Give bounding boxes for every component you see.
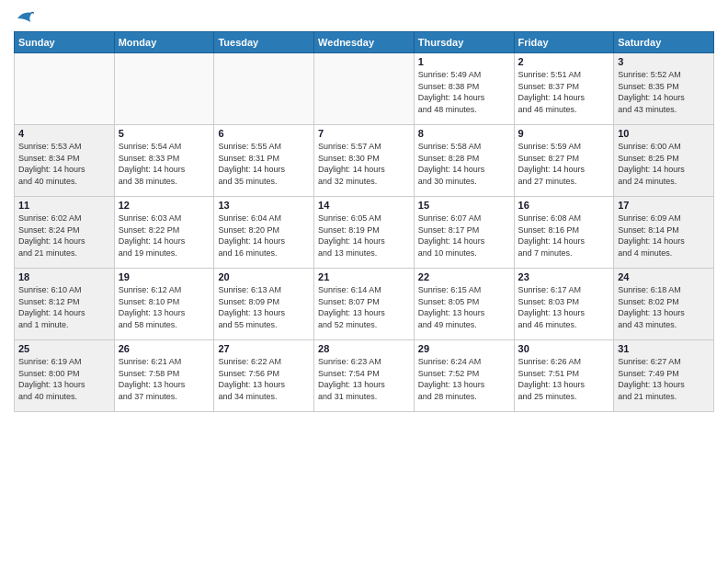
calendar-cell: 2Sunrise: 5:51 AM Sunset: 8:37 PM Daylig… — [514, 53, 614, 125]
day-number: 6 — [218, 128, 310, 139]
day-info: Sunrise: 6:23 AM Sunset: 7:54 PM Dayligh… — [318, 356, 410, 402]
day-number: 7 — [318, 128, 410, 139]
day-info: Sunrise: 6:27 AM Sunset: 7:49 PM Dayligh… — [618, 356, 710, 402]
weekday-header-row: SundayMondayTuesdayWednesdayThursdayFrid… — [15, 32, 714, 53]
day-number: 8 — [418, 128, 510, 139]
day-number: 28 — [318, 343, 410, 354]
calendar-cell: 31Sunrise: 6:27 AM Sunset: 7:49 PM Dayli… — [614, 340, 714, 412]
calendar-cell: 19Sunrise: 6:12 AM Sunset: 8:10 PM Dayli… — [114, 269, 214, 340]
calendar-cell: 10Sunrise: 6:00 AM Sunset: 8:25 PM Dayli… — [614, 125, 714, 197]
day-number: 14 — [318, 200, 410, 211]
weekday-header-saturday: Saturday — [614, 32, 714, 53]
day-number: 24 — [618, 271, 710, 282]
calendar-cell: 29Sunrise: 6:24 AM Sunset: 7:52 PM Dayli… — [414, 340, 514, 412]
day-number: 18 — [18, 271, 110, 282]
day-info: Sunrise: 5:49 AM Sunset: 8:38 PM Dayligh… — [418, 69, 510, 115]
day-number: 2 — [518, 56, 610, 67]
calendar-cell — [15, 53, 115, 125]
logo-bird-icon — [16, 9, 34, 26]
day-info: Sunrise: 6:17 AM Sunset: 8:03 PM Dayligh… — [518, 284, 610, 330]
day-number: 10 — [618, 128, 710, 139]
day-number: 26 — [119, 343, 210, 354]
day-number: 27 — [218, 343, 310, 354]
calendar-cell: 14Sunrise: 6:05 AM Sunset: 8:19 PM Dayli… — [314, 197, 415, 269]
day-number: 29 — [418, 343, 510, 354]
calendar-cell: 5Sunrise: 5:54 AM Sunset: 8:33 PM Daylig… — [114, 125, 214, 197]
day-info: Sunrise: 6:15 AM Sunset: 8:05 PM Dayligh… — [418, 284, 510, 330]
calendar-cell: 27Sunrise: 6:22 AM Sunset: 7:56 PM Dayli… — [214, 340, 314, 412]
calendar-cell: 8Sunrise: 5:58 AM Sunset: 8:28 PM Daylig… — [414, 125, 514, 197]
calendar-cell — [214, 53, 314, 125]
day-info: Sunrise: 6:08 AM Sunset: 8:16 PM Dayligh… — [518, 213, 610, 259]
calendar-cell: 26Sunrise: 6:21 AM Sunset: 7:58 PM Dayli… — [114, 340, 214, 412]
weekday-header-sunday: Sunday — [15, 32, 115, 53]
day-info: Sunrise: 6:00 AM Sunset: 8:25 PM Dayligh… — [618, 141, 710, 187]
day-number: 21 — [318, 271, 410, 282]
day-number: 31 — [618, 343, 710, 354]
day-number: 17 — [618, 200, 710, 211]
day-number: 25 — [18, 343, 110, 354]
day-info: Sunrise: 6:26 AM Sunset: 7:51 PM Dayligh… — [518, 356, 610, 402]
calendar-week-row: 4Sunrise: 5:53 AM Sunset: 8:34 PM Daylig… — [15, 125, 714, 197]
calendar-cell: 28Sunrise: 6:23 AM Sunset: 7:54 PM Dayli… — [314, 340, 415, 412]
calendar-cell: 24Sunrise: 6:18 AM Sunset: 8:02 PM Dayli… — [614, 269, 714, 340]
day-info: Sunrise: 6:07 AM Sunset: 8:17 PM Dayligh… — [418, 213, 510, 259]
day-info: Sunrise: 6:04 AM Sunset: 8:20 PM Dayligh… — [218, 213, 310, 259]
day-info: Sunrise: 6:03 AM Sunset: 8:22 PM Dayligh… — [119, 213, 210, 259]
day-info: Sunrise: 6:19 AM Sunset: 8:00 PM Dayligh… — [18, 356, 110, 402]
day-info: Sunrise: 6:22 AM Sunset: 7:56 PM Dayligh… — [218, 356, 310, 402]
day-number: 4 — [18, 128, 110, 139]
calendar-week-row: 11Sunrise: 6:02 AM Sunset: 8:24 PM Dayli… — [15, 197, 714, 269]
header — [14, 9, 714, 26]
day-number: 13 — [218, 200, 310, 211]
day-info: Sunrise: 6:21 AM Sunset: 7:58 PM Dayligh… — [119, 356, 210, 402]
day-info: Sunrise: 5:57 AM Sunset: 8:30 PM Dayligh… — [318, 141, 410, 187]
weekday-header-monday: Monday — [114, 32, 214, 53]
day-number: 5 — [119, 128, 210, 139]
day-number: 9 — [518, 128, 610, 139]
day-info: Sunrise: 6:12 AM Sunset: 8:10 PM Dayligh… — [119, 284, 210, 330]
calendar-cell: 18Sunrise: 6:10 AM Sunset: 8:12 PM Dayli… — [15, 269, 115, 340]
day-number: 30 — [518, 343, 610, 354]
day-number: 3 — [618, 56, 710, 67]
day-info: Sunrise: 5:58 AM Sunset: 8:28 PM Dayligh… — [418, 141, 510, 187]
calendar-cell: 17Sunrise: 6:09 AM Sunset: 8:14 PM Dayli… — [614, 197, 714, 269]
day-info: Sunrise: 5:52 AM Sunset: 8:35 PM Dayligh… — [618, 69, 710, 115]
page: SundayMondayTuesdayWednesdayThursdayFrid… — [0, 0, 728, 563]
calendar-cell: 6Sunrise: 5:55 AM Sunset: 8:31 PM Daylig… — [214, 125, 314, 197]
logo — [14, 9, 34, 26]
calendar-cell: 3Sunrise: 5:52 AM Sunset: 8:35 PM Daylig… — [614, 53, 714, 125]
calendar-cell: 20Sunrise: 6:13 AM Sunset: 8:09 PM Dayli… — [214, 269, 314, 340]
day-number: 22 — [418, 271, 510, 282]
calendar-cell: 16Sunrise: 6:08 AM Sunset: 8:16 PM Dayli… — [514, 197, 614, 269]
day-info: Sunrise: 5:54 AM Sunset: 8:33 PM Dayligh… — [119, 141, 210, 187]
day-info: Sunrise: 6:09 AM Sunset: 8:14 PM Dayligh… — [618, 213, 710, 259]
calendar-cell: 4Sunrise: 5:53 AM Sunset: 8:34 PM Daylig… — [15, 125, 115, 197]
day-info: Sunrise: 5:51 AM Sunset: 8:37 PM Dayligh… — [518, 69, 610, 115]
day-number: 23 — [518, 271, 610, 282]
calendar-cell: 13Sunrise: 6:04 AM Sunset: 8:20 PM Dayli… — [214, 197, 314, 269]
calendar-cell: 25Sunrise: 6:19 AM Sunset: 8:00 PM Dayli… — [15, 340, 115, 412]
day-info: Sunrise: 6:02 AM Sunset: 8:24 PM Dayligh… — [18, 213, 110, 259]
day-number: 20 — [218, 271, 310, 282]
calendar: SundayMondayTuesdayWednesdayThursdayFrid… — [14, 31, 714, 412]
calendar-cell — [114, 53, 214, 125]
calendar-week-row: 1Sunrise: 5:49 AM Sunset: 8:38 PM Daylig… — [15, 53, 714, 125]
day-info: Sunrise: 6:18 AM Sunset: 8:02 PM Dayligh… — [618, 284, 710, 330]
calendar-cell: 15Sunrise: 6:07 AM Sunset: 8:17 PM Dayli… — [414, 197, 514, 269]
calendar-cell: 12Sunrise: 6:03 AM Sunset: 8:22 PM Dayli… — [114, 197, 214, 269]
day-info: Sunrise: 6:14 AM Sunset: 8:07 PM Dayligh… — [318, 284, 410, 330]
weekday-header-thursday: Thursday — [414, 32, 514, 53]
weekday-header-friday: Friday — [514, 32, 614, 53]
day-info: Sunrise: 6:05 AM Sunset: 8:19 PM Dayligh… — [318, 213, 410, 259]
day-number: 12 — [119, 200, 210, 211]
day-info: Sunrise: 6:13 AM Sunset: 8:09 PM Dayligh… — [218, 284, 310, 330]
calendar-week-row: 25Sunrise: 6:19 AM Sunset: 8:00 PM Dayli… — [15, 340, 714, 412]
calendar-cell: 11Sunrise: 6:02 AM Sunset: 8:24 PM Dayli… — [15, 197, 115, 269]
calendar-cell: 21Sunrise: 6:14 AM Sunset: 8:07 PM Dayli… — [314, 269, 415, 340]
day-info: Sunrise: 6:24 AM Sunset: 7:52 PM Dayligh… — [418, 356, 510, 402]
weekday-header-tuesday: Tuesday — [214, 32, 314, 53]
day-number: 15 — [418, 200, 510, 211]
day-info: Sunrise: 5:55 AM Sunset: 8:31 PM Dayligh… — [218, 141, 310, 187]
calendar-cell: 1Sunrise: 5:49 AM Sunset: 8:38 PM Daylig… — [414, 53, 514, 125]
